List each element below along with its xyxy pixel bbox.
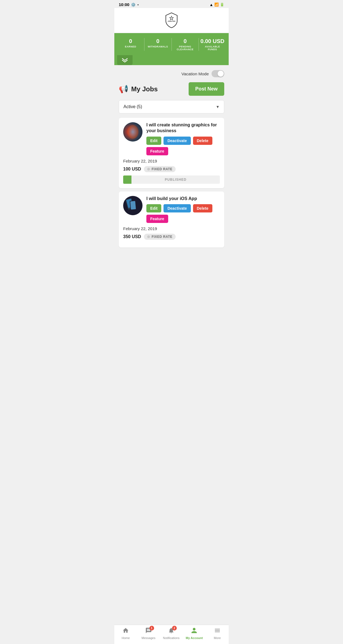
stat-pending: 0 PENDING CLEARANCE [172, 38, 199, 51]
funds-value: 0.00 USD [200, 38, 225, 44]
status-bar: 10:00 ⚙️ ▪ ▲ 📶 🔋 [114, 0, 229, 8]
job-avatar [123, 122, 143, 142]
rate-dot [147, 235, 150, 238]
stat-earned: 0 EARNED [117, 38, 144, 51]
edit-button[interactable]: Edit [146, 204, 161, 212]
gear-icon: ⚙️ [131, 2, 136, 7]
vacation-mode-toggle[interactable] [212, 70, 224, 77]
job-card-top: I will build your iOS App Edit Deactivat… [123, 196, 220, 223]
job-date: February 22, 2019 [123, 226, 220, 231]
job-price: 350 USD [123, 234, 141, 239]
job-price-row: 100 USD FIXED RATE [123, 166, 220, 172]
wifi-icon: ▲ [209, 2, 213, 7]
status-time: 10:00 [119, 2, 129, 7]
rate-badge: FIXED RATE [144, 166, 176, 172]
rate-type: FIXED RATE [152, 235, 172, 239]
job-info: I will build your iOS App Edit Deactivat… [146, 196, 220, 223]
feature-button[interactable]: Feature [146, 215, 168, 223]
rate-type: FIXED RATE [152, 167, 172, 171]
job-avatar [123, 196, 143, 215]
withdrawals-value: 0 [146, 38, 170, 44]
svg-rect-5 [130, 201, 136, 209]
logo: JOBSTER [163, 12, 180, 28]
job-status-bar: PUBLISHED [123, 175, 220, 184]
vacation-mode-row: Vacation Mode [119, 69, 224, 78]
battery-icon: 🔋 [220, 2, 224, 7]
chevron-down-icon: ▼ [216, 105, 220, 109]
job-actions: Edit Deactivate Delete Feature [146, 204, 220, 223]
job-card: I will create stunning graphics for your… [119, 118, 224, 188]
job-status-text: PUBLISHED [131, 178, 220, 182]
signal-icon: 📶 [214, 2, 219, 7]
rate-dot [147, 168, 150, 171]
stats-bar: 0 EARNED 0 WITHDRAWALS 0 PENDING CLEARAN… [114, 33, 229, 65]
svg-text:JOBSTER: JOBSTER [168, 20, 176, 22]
main-content: Vacation Mode 📢 My Jobs Post New Active … [114, 65, 229, 278]
job-actions: Edit Deactivate Delete Feature [146, 137, 220, 155]
stats-expand-button[interactable] [117, 55, 133, 65]
svg-marker-1 [170, 16, 173, 20]
pending-value: 0 [173, 38, 198, 44]
job-price: 100 USD [123, 167, 141, 172]
deactivate-button[interactable]: Deactivate [163, 204, 191, 212]
earned-value: 0 [118, 38, 143, 44]
funds-label: AVAILABLE FUNDS [200, 45, 225, 51]
rate-badge: FIXED RATE [144, 234, 176, 240]
my-jobs-header: 📢 My Jobs Post New [119, 82, 224, 96]
job-info: I will create stunning graphics for your… [146, 122, 220, 155]
job-card: I will build your iOS App Edit Deactivat… [119, 191, 224, 248]
stat-funds: 0.00 USD AVAILABLE FUNDS [199, 38, 226, 51]
deactivate-button[interactable]: Deactivate [163, 137, 191, 145]
section-title: 📢 My Jobs [119, 84, 158, 94]
status-color-block [123, 175, 131, 184]
edit-button[interactable]: Edit [146, 137, 161, 145]
job-title: I will build your iOS App [146, 196, 220, 202]
feature-button[interactable]: Feature [146, 147, 168, 155]
job-title: I will create stunning graphics for your… [146, 122, 220, 134]
filter-dropdown[interactable]: Active (5) ▼ [119, 100, 224, 113]
job-price-row: 350 USD FIXED RATE [123, 234, 220, 240]
my-jobs-title: My Jobs [131, 85, 158, 93]
pending-label: PENDING CLEARANCE [173, 45, 198, 51]
stat-withdrawals: 0 WITHDRAWALS [144, 38, 172, 51]
job-date: February 22, 2019 [123, 159, 220, 163]
post-new-button[interactable]: Post New [189, 82, 224, 96]
delete-button[interactable]: Delete [193, 137, 212, 145]
sdcard-icon: ▪ [137, 3, 138, 7]
logo-shield-icon: JOBSTER [163, 12, 180, 28]
vacation-mode-label: Vacation Mode [181, 71, 209, 76]
filter-selected: Active (5) [123, 104, 142, 109]
megaphone-icon: 📢 [119, 84, 128, 94]
job-card-top: I will create stunning graphics for your… [123, 122, 220, 155]
earned-label: EARNED [118, 45, 143, 48]
app-header: JOBSTER [114, 8, 229, 33]
ios-phone-icon [125, 197, 141, 214]
delete-button[interactable]: Delete [193, 204, 212, 212]
withdrawals-label: WITHDRAWALS [146, 45, 170, 48]
